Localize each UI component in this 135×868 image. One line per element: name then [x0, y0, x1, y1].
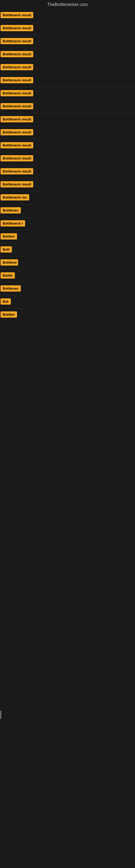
bottleneck-badge[interactable]: Bottleneck result	[1, 129, 33, 135]
list-item[interactable]: Bottleneck res	[0, 191, 135, 205]
list-item[interactable]: Bottlen	[0, 230, 135, 244]
bottleneck-badge[interactable]: Bottleneck result	[1, 90, 33, 96]
bottleneck-badge[interactable]: Bottleneck r	[1, 220, 25, 226]
list-item[interactable]: Bottleneck result	[0, 9, 135, 22]
list-item[interactable]: Bottlenec	[0, 205, 135, 218]
list-item[interactable]: Bottleneck result	[0, 126, 135, 140]
list-item[interactable]: Bottleneck result	[0, 140, 135, 152]
bottleneck-badge[interactable]: Bottleneck result	[1, 64, 33, 70]
bottleneck-badge[interactable]: Bottleneck result	[1, 51, 33, 57]
bottleneck-badge[interactable]: Bottleneck res	[1, 194, 29, 200]
list-item[interactable]: Bottleneck result	[0, 48, 135, 61]
bottleneck-badge[interactable]: Bottleneck result	[1, 142, 33, 148]
list-item[interactable]: Bott	[0, 244, 135, 257]
list-item[interactable]: Bottlene	[0, 257, 135, 270]
bottleneck-badge[interactable]: Bott	[1, 246, 12, 252]
bottleneck-badge[interactable]: Bottleneck result	[1, 116, 33, 122]
bottleneck-badge[interactable]: Bottleneck result	[1, 12, 33, 18]
list-item[interactable]: Bottleneck result	[0, 100, 135, 113]
list-item[interactable]: Bottleneck result	[0, 152, 135, 165]
bottleneck-badge[interactable]: Bottleneck result	[1, 25, 33, 31]
list-item[interactable]: Bottleneck result	[0, 179, 135, 191]
bottleneck-badge[interactable]: Bottlenec	[1, 285, 21, 291]
list-item[interactable]: Bottleneck result	[0, 87, 135, 100]
bottleneck-badge[interactable]: Bottlene	[1, 259, 18, 266]
site-title: TheBottlenecker.com	[0, 0, 135, 9]
bottleneck-badge[interactable]: Bottleneck result	[1, 77, 33, 83]
list-item[interactable]: Bottleneck result	[0, 35, 135, 48]
bottleneck-list: Bottleneck resultBottleneck resultBottle…	[0, 9, 135, 322]
list-item[interactable]: Bottleneck result	[0, 22, 135, 35]
bottleneck-badge[interactable]: Bottlenec	[1, 207, 21, 214]
bottleneck-badge[interactable]: Bottleneck result	[1, 155, 33, 161]
bottleneck-badge[interactable]: Bot	[1, 299, 11, 305]
list-item[interactable]: Bottlenec	[0, 283, 135, 296]
list-item[interactable]: Bottlen	[0, 309, 135, 322]
list-item[interactable]: Bottleneck result	[0, 165, 135, 179]
list-item[interactable]: Bottleneck result	[0, 74, 135, 87]
list-item[interactable]: Bot	[0, 296, 135, 309]
list-item[interactable]: Bottleneck result	[0, 113, 135, 126]
bottleneck-badge[interactable]: Bottleneck result	[1, 103, 33, 109]
list-item[interactable]: Bottle	[0, 270, 135, 283]
list-item[interactable]: Bottleneck r	[0, 218, 135, 230]
bottleneck-badge[interactable]: Bottleneck result	[1, 38, 33, 44]
bottleneck-badge[interactable]: Bottleneck result	[1, 168, 33, 175]
bottleneck-badge[interactable]: Bottleneck result	[1, 181, 33, 187]
list-item[interactable]: Bottleneck result	[0, 61, 135, 74]
cursor-indicator	[1, 711, 1, 719]
bottleneck-badge[interactable]: Bottlen	[1, 233, 17, 240]
bottleneck-badge[interactable]: Bottlen	[1, 311, 17, 318]
bottleneck-badge[interactable]: Bottle	[1, 272, 15, 279]
